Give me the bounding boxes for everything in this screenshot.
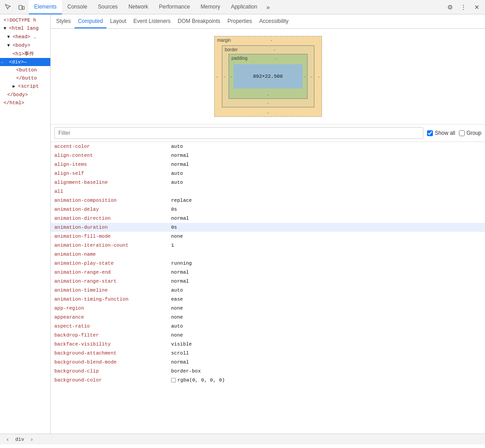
- dom-tree-panel: <!DOCTYPE h ▼ <html lang ▼ <head> … ▼ <b…: [0, 14, 51, 434]
- computed-row[interactable]: all: [51, 187, 485, 196]
- group-label[interactable]: Group: [459, 130, 481, 136]
- prop-value: auto: [171, 178, 183, 186]
- close-devtools-button[interactable]: ✕: [471, 1, 483, 13]
- subtab-properties[interactable]: Properties: [224, 14, 256, 28]
- filter-bar: Show all Group: [51, 124, 485, 142]
- computed-row[interactable]: animation-range-endnormal: [51, 268, 485, 277]
- prop-value: normal: [171, 358, 189, 366]
- padding-left-value: -: [231, 74, 232, 79]
- prop-value: auto: [171, 169, 183, 177]
- svg-rect-0: [19, 5, 22, 9]
- computed-row[interactable]: animation-name: [51, 250, 485, 259]
- computed-row[interactable]: background-attachmentscroll: [51, 349, 485, 358]
- main-layout: <!DOCTYPE h ▼ <html lang ▼ <head> … ▼ <b…: [0, 14, 485, 434]
- dom-line-html-close[interactable]: </html>: [0, 99, 50, 107]
- dom-line-button[interactable]: <button: [0, 66, 50, 74]
- breadcrumb-forward-button[interactable]: ›: [28, 435, 36, 444]
- dom-line-doctype[interactable]: <!DOCTYPE h: [0, 16, 50, 24]
- computed-row[interactable]: align-itemsnormal: [51, 160, 485, 169]
- tab-network[interactable]: Network: [123, 0, 154, 14]
- subtab-styles[interactable]: Styles: [53, 14, 75, 28]
- computed-row[interactable]: alignment-baselineauto: [51, 178, 485, 187]
- margin-bottom-value: -: [267, 110, 269, 115]
- prop-name: animation-direction: [54, 214, 171, 222]
- devtools-toolbar: Elements Console Sources Network Perform…: [0, 0, 485, 14]
- dom-line-body[interactable]: ▼ <body>: [0, 41, 50, 50]
- prop-value: normal: [171, 268, 189, 276]
- computed-row[interactable]: background-clipborder-box: [51, 367, 485, 376]
- dom-line-div-selected[interactable]: … <div>—: [0, 58, 50, 66]
- computed-row[interactable]: animation-compositionreplace: [51, 196, 485, 205]
- margin-left-value: -: [216, 74, 218, 79]
- breadcrumb-back-button[interactable]: ‹: [4, 435, 12, 444]
- computed-row[interactable]: animation-fill-modenone: [51, 232, 485, 241]
- inspect-element-button[interactable]: [2, 1, 14, 13]
- prop-value: auto: [171, 142, 183, 151]
- subtab-computed[interactable]: Computed: [75, 14, 106, 28]
- group-checkbox[interactable]: [459, 130, 465, 136]
- computed-row[interactable]: animation-delay0s: [51, 205, 485, 214]
- subtab-event-listeners[interactable]: Event Listeners: [130, 14, 174, 28]
- show-all-text: Show all: [435, 130, 455, 136]
- computed-row[interactable]: backdrop-filternone: [51, 331, 485, 340]
- computed-row[interactable]: app-regionnone: [51, 304, 485, 313]
- prop-value: visible: [171, 340, 192, 348]
- computed-row[interactable]: aspect-ratioauto: [51, 322, 485, 331]
- subtab-accessibility[interactable]: Accessibility: [256, 14, 292, 28]
- margin-top-value: -: [271, 38, 272, 43]
- box-model-diagram: margin - - - - border - - - - padding -: [214, 36, 322, 117]
- dom-line-head[interactable]: ▼ <head> …: [0, 33, 50, 41]
- color-swatch: [171, 378, 176, 382]
- prop-name: all: [54, 187, 171, 195]
- prop-name: align-content: [54, 151, 171, 160]
- show-all-checkbox[interactable]: [427, 130, 433, 136]
- subtab-bar: Styles Computed Layout Event Listeners D…: [51, 14, 485, 29]
- more-options-button[interactable]: ⋮: [457, 1, 470, 13]
- tab-sources[interactable]: Sources: [93, 0, 123, 14]
- computed-row[interactable]: animation-iteration-count1: [51, 241, 485, 250]
- computed-row[interactable]: animation-range-startnormal: [51, 277, 485, 286]
- computed-row[interactable]: background-colorrgba(0, 0, 0, 0): [51, 376, 485, 385]
- border-left-value: -: [224, 74, 225, 79]
- tab-performance[interactable]: Performance: [154, 0, 195, 14]
- tab-memory[interactable]: Memory: [195, 0, 225, 14]
- tab-application[interactable]: Application: [225, 0, 263, 14]
- inspect-icon: [4, 4, 12, 11]
- computed-row[interactable]: animation-play-staterunning: [51, 259, 485, 268]
- prop-name: animation-play-state: [54, 259, 171, 267]
- dom-line-h1[interactable]: <h1>事件: [0, 50, 50, 58]
- subtab-layout[interactable]: Layout: [106, 14, 130, 28]
- computed-row[interactable]: backface-visibilityvisible: [51, 340, 485, 349]
- show-all-label[interactable]: Show all: [427, 130, 455, 136]
- computed-row[interactable]: align-contentnormal: [51, 151, 485, 160]
- more-tabs-button[interactable]: »: [263, 0, 273, 14]
- prop-value: auto: [171, 322, 183, 330]
- prop-name: align-self: [54, 169, 171, 177]
- prop-value: normal: [171, 151, 189, 160]
- computed-row[interactable]: background-blend-modenormal: [51, 358, 485, 367]
- filter-input[interactable]: [54, 127, 423, 139]
- dom-line-html[interactable]: ▼ <html lang: [0, 24, 50, 33]
- prop-name: animation-delay: [54, 205, 171, 213]
- settings-button[interactable]: ⚙: [444, 1, 456, 13]
- computed-row[interactable]: animation-timelineauto: [51, 286, 485, 295]
- computed-row[interactable]: align-selfauto: [51, 169, 485, 178]
- computed-row[interactable]: accent-colorauto: [51, 142, 485, 151]
- device-toolbar-button[interactable]: [15, 1, 28, 13]
- computed-row[interactable]: animation-duration0s: [51, 223, 485, 232]
- prop-value: 0s: [171, 205, 177, 213]
- dom-line-body-close[interactable]: </body>: [0, 91, 50, 99]
- tab-elements[interactable]: Elements: [29, 0, 62, 14]
- bottom-bar: ‹ div ›: [0, 434, 485, 444]
- border-bottom-value: -: [267, 101, 269, 106]
- dom-line-button-close[interactable]: </butto: [0, 74, 50, 82]
- dom-line-script[interactable]: ▶ <script: [0, 82, 50, 91]
- computed-row[interactable]: appearancenone: [51, 313, 485, 322]
- computed-row[interactable]: animation-timing-functionease: [51, 295, 485, 304]
- prop-name: background-clip: [54, 367, 171, 375]
- computed-row[interactable]: animation-directionnormal: [51, 214, 485, 223]
- breadcrumb-element[interactable]: div: [15, 437, 24, 442]
- tab-console[interactable]: Console: [62, 0, 93, 14]
- main-tab-bar: Elements Console Sources Network Perform…: [29, 0, 443, 14]
- subtab-dom-breakpoints[interactable]: DOM Breakpoints: [174, 14, 224, 28]
